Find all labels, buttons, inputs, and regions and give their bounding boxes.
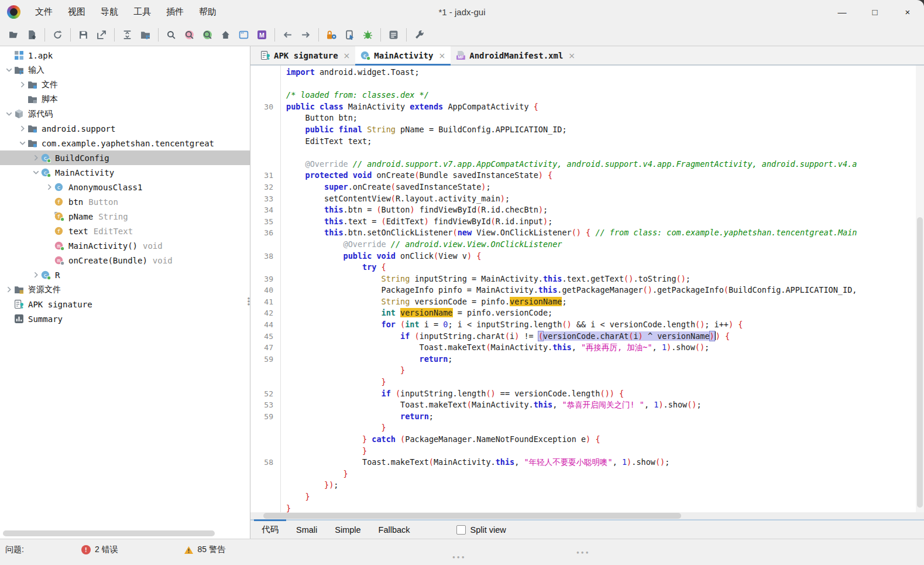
save-button[interactable] — [74, 26, 92, 43]
chevron-right-icon[interactable] — [17, 124, 28, 133]
code-line: } — [286, 446, 916, 457]
line-number: 31 — [250, 170, 273, 182]
tab-apk-signature[interactable]: APK signature× — [255, 46, 355, 64]
tree-item-method-mainactivity[interactable]: mMainActivity()void — [0, 238, 250, 253]
vertical-scrollbar[interactable] — [916, 66, 924, 512]
toolbar: M — [0, 23, 924, 46]
panel-splitter[interactable]: ●●● — [246, 297, 251, 306]
signature-icon — [260, 50, 270, 60]
field-icon: f — [54, 197, 64, 207]
settings-button[interactable] — [410, 26, 428, 43]
menu-view[interactable]: 视图 — [60, 0, 93, 23]
code-editor[interactable]: 3031323334353638394041424445475952535958… — [250, 66, 924, 512]
chevron-right-icon[interactable] — [17, 80, 28, 90]
code-line: @Override // android.view.View.OnClickLi… — [286, 239, 916, 251]
chevron-down-icon[interactable] — [4, 65, 14, 75]
close-tab-icon[interactable]: × — [344, 51, 351, 60]
flatten-button[interactable] — [118, 26, 136, 43]
line-number: 59 — [250, 411, 273, 423]
class-search-button[interactable] — [180, 26, 198, 43]
tree-item-field-pname[interactable]: fpNameString — [0, 209, 250, 224]
split-view-checkbox[interactable] — [456, 525, 466, 535]
line-number: 42 — [250, 307, 273, 319]
tree-item-class-r[interactable]: cR — [0, 268, 250, 282]
add-file-button[interactable] — [23, 26, 41, 43]
frame-button[interactable] — [235, 26, 253, 43]
tree-item-label: MainActivity() — [68, 241, 138, 251]
svg-text:c: c — [363, 52, 367, 59]
close-tab-icon[interactable]: × — [568, 51, 575, 60]
maximize-button[interactable]: □ — [858, 0, 891, 23]
tree-item-input[interactable]: 输入 — [0, 63, 250, 77]
code-line: if (inputString.charAt(i) != (versionCod… — [286, 331, 916, 343]
view-tab-fallback[interactable]: Fallback — [370, 521, 419, 539]
chevron-down-icon[interactable] — [17, 138, 28, 148]
menu-help[interactable]: 帮助 — [191, 0, 224, 23]
split-view-toggle[interactable]: Split view — [456, 525, 506, 535]
menu-tools[interactable]: 工具 — [126, 0, 159, 23]
debug-button[interactable] — [359, 26, 377, 43]
line-number: 41 — [250, 296, 273, 308]
svg-text:f: f — [57, 228, 61, 234]
tree-item-label: AnonymousClass1 — [68, 183, 142, 192]
line-number: 53 — [250, 399, 273, 411]
package-view-button[interactable] — [136, 26, 154, 43]
view-tab-smali[interactable]: Smali — [287, 521, 326, 539]
home-button[interactable] — [217, 26, 235, 43]
main-class-button[interactable]: M — [253, 26, 271, 43]
view-tab-simple[interactable]: Simple — [326, 521, 369, 539]
drag-handle-left[interactable]: ●●● — [452, 554, 466, 560]
deobfuscation-button[interactable] — [322, 26, 341, 43]
tree-item-scripts[interactable]: 脚本 — [0, 92, 250, 107]
view-tab-代码[interactable]: 代码 — [253, 521, 287, 539]
tree-item-source-code[interactable]: 源代码 — [0, 107, 250, 121]
tree-item-apk-root[interactable]: 1.apk — [0, 48, 250, 63]
drag-handle-right[interactable]: ●●● — [576, 550, 590, 555]
chevron-right-icon[interactable] — [44, 182, 54, 192]
minimize-button[interactable]: — — [826, 0, 858, 23]
sidebar: 1.apk输入文件脚本源代码android.supportcom.example… — [0, 46, 250, 539]
menu-plugins[interactable]: 插件 — [159, 0, 191, 23]
code-line: } — [286, 365, 916, 376]
tree-item-anonymousclass1[interactable]: cAnonymousClass1 — [0, 180, 250, 194]
menu-file[interactable]: 文件 — [28, 0, 60, 23]
comment-search-button[interactable] — [198, 26, 217, 43]
export-button[interactable] — [92, 26, 111, 43]
tree-item-package-com-example[interactable]: com.example.yaphetshan.tencentgreat — [0, 136, 250, 150]
tree-item-resources[interactable]: 资源文件 — [0, 282, 250, 297]
tree-item-field-text[interactable]: ftextEditText — [0, 224, 250, 238]
tree-item-field-btn[interactable]: fbtnButton — [0, 194, 250, 209]
line-number: 36 — [250, 227, 273, 239]
tab-androidmanifest[interactable]: MFAndroidManifest.xml× — [451, 46, 580, 64]
tree-item-files[interactable]: 文件 — [0, 77, 250, 92]
chevron-right-icon[interactable] — [4, 285, 14, 295]
tree-item-mainactivity[interactable]: cMainActivity — [0, 165, 250, 180]
tree-horizontal-scrollbar[interactable] — [2, 530, 248, 537]
open-folder-button[interactable] — [5, 26, 23, 43]
tab-mainactivity[interactable]: cMainActivity× — [355, 46, 451, 64]
tree-item-method-oncreate[interactable]: monCreate(Bundle)void — [0, 253, 250, 268]
menu-navigation[interactable]: 导航 — [93, 0, 126, 23]
tree-item-summary[interactable]: Summary — [0, 311, 250, 326]
chevron-down-icon[interactable] — [4, 109, 14, 119]
tree-item-apk-signature[interactable]: APK signature — [0, 297, 250, 311]
back-button[interactable] — [279, 26, 297, 43]
chevron-right-icon[interactable] — [30, 153, 41, 163]
device-button[interactable] — [341, 26, 359, 43]
chevron-right-icon[interactable] — [30, 270, 41, 280]
tree-item-buildconfig[interactable]: cBuildConfig — [0, 150, 250, 165]
reload-button[interactable] — [49, 26, 67, 43]
tree-item-android-support[interactable]: android.support — [0, 121, 250, 136]
main-class-icon: M — [257, 30, 267, 40]
log-button[interactable] — [384, 26, 403, 43]
close-tab-icon[interactable]: × — [438, 51, 445, 60]
horizontal-scrollbar[interactable] — [250, 512, 924, 519]
forward-button[interactable] — [297, 26, 315, 43]
tree-item-type: EditText — [94, 227, 133, 236]
code-area[interactable]: import android.widget.Toast;/* loaded fr… — [281, 66, 916, 512]
line-number — [250, 67, 273, 78]
chevron-down-icon[interactable] — [30, 167, 41, 177]
search-button[interactable] — [162, 26, 180, 43]
file-tree[interactable]: 1.apk输入文件脚本源代码android.supportcom.example… — [0, 46, 250, 529]
close-button[interactable]: × — [891, 0, 924, 23]
